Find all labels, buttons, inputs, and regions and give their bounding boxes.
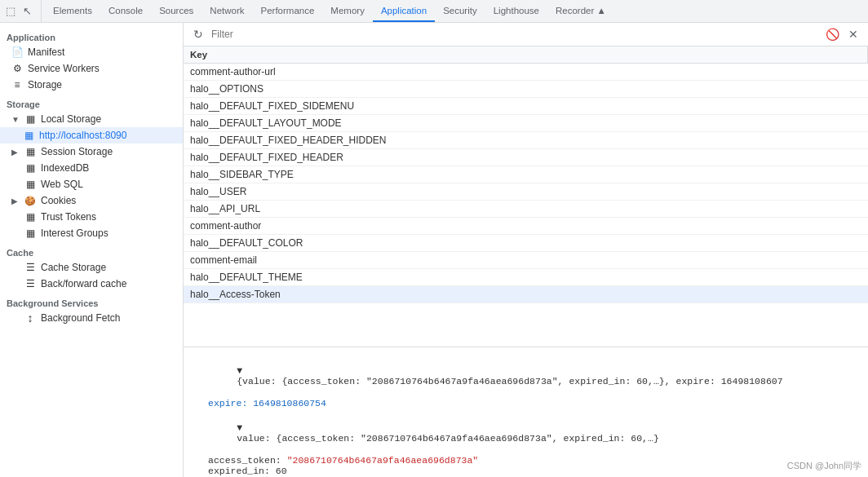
tab-sources[interactable]: Sources <box>151 0 202 22</box>
trust-tokens-icon: ▦ <box>24 211 36 223</box>
interest-groups-icon: ▦ <box>24 227 36 239</box>
sidebar-item-cookies-label: Cookies <box>41 195 76 206</box>
tab-console[interactable]: Console <box>100 0 151 22</box>
sidebar-item-local-storage[interactable]: ▼ ▦ Local Storage <box>0 111 183 127</box>
table-cell-key: halo__DEFAULT_FIXED_SIDEMENU <box>184 98 868 114</box>
sidebar-item-back-forward-label: Back/forward cache <box>41 278 126 289</box>
table-row[interactable]: halo__Access-Token <box>184 286 868 303</box>
sidebar-item-indexeddb-label: IndexedDB <box>41 162 89 174</box>
table-row[interactable]: halo__DEFAULT_THEME <box>184 269 868 286</box>
table-cell-key: halo__DEFAULT_FIXED_HEADER_HIDDEN <box>184 132 868 148</box>
table-row[interactable]: comment-author-url <box>184 64 868 81</box>
local-storage-arrow: ▼ <box>11 115 20 124</box>
sidebar-item-indexeddb[interactable]: ▶ ▦ IndexedDB <box>0 160 183 176</box>
content-panel: ↻ 🚫 ✕ Key comment-author-urlhalo__OPTION… <box>184 23 868 477</box>
table-row[interactable]: halo__DEFAULT_FIXED_SIDEMENU <box>184 98 868 115</box>
sidebar-item-manifest-label: Manifest <box>28 46 64 58</box>
sidebar-item-bg-fetch-label: Background Fetch <box>41 312 120 324</box>
sidebar-item-local-storage-label: Local Storage <box>41 113 101 125</box>
detail-line-1: ▼ {value: {access_token: "2086710764b646… <box>192 355 860 397</box>
table-row[interactable]: halo__DEFAULT_COLOR <box>184 235 868 252</box>
detail-expired-in-line: expired_in: 60 <box>192 466 860 476</box>
table-cell-key: halo__USER <box>184 183 868 200</box>
filter-input[interactable] <box>211 29 819 40</box>
sidebar-section-bg-services: Background Services <box>0 292 183 310</box>
detail-arrow-2: ▼ <box>237 422 242 433</box>
table-cell-key: halo__DEFAULT_LAYOUT_MODE <box>184 115 868 131</box>
sidebar-item-service-workers[interactable]: ⚙ Service Workers <box>0 60 183 77</box>
session-storage-icon: ▦ <box>24 146 36 157</box>
table-row[interactable]: halo__SIDEBAR_TYPE <box>184 166 868 183</box>
table-row[interactable]: comment-author <box>184 218 868 235</box>
sidebar-item-web-sql[interactable]: ▶ ▦ Web SQL <box>0 176 183 192</box>
dock-icon[interactable]: ⬚ <box>3 4 18 19</box>
table-header: Key <box>184 46 868 64</box>
cookies-arrow: ▶ <box>11 197 20 205</box>
sidebar-item-trust-tokens-label: Trust Tokens <box>41 211 96 223</box>
sidebar-item-localhost[interactable]: ▦ http://localhost:8090 <box>0 127 183 144</box>
sidebar-item-cache-storage-label: Cache Storage <box>41 262 106 273</box>
sidebar-item-cache-storage[interactable]: ▶ ☰ Cache Storage <box>0 259 183 276</box>
inspect-icon[interactable]: ↖ <box>20 4 34 19</box>
manifest-icon: 📄 <box>11 46 23 58</box>
tab-application[interactable]: Application <box>373 0 435 22</box>
web-sql-icon: ▦ <box>24 179 36 190</box>
tab-memory[interactable]: Memory <box>322 0 373 22</box>
table-cell-key: comment-author <box>184 218 868 234</box>
table-row[interactable]: halo__DEFAULT_FIXED_HEADER <box>184 149 868 166</box>
table-cell-key: halo__SIDEBAR_TYPE <box>184 166 868 183</box>
detail-text-1: {value: {access_token: "2086710764b6467a… <box>237 376 782 386</box>
sidebar-item-back-forward-cache[interactable]: ▶ ☰ Back/forward cache <box>0 276 183 292</box>
table-body: comment-author-urlhalo__OPTIONShalo__DEF… <box>184 64 868 303</box>
detail-access-token-line: access_token: "2086710764b6467a9fa46aea6… <box>192 455 860 466</box>
localhost-icon: ▦ <box>23 130 34 141</box>
devtools-icons: ⬚ ↖ <box>3 0 42 22</box>
sidebar-section-storage: Storage <box>0 93 183 111</box>
cache-storage-icon: ☰ <box>24 262 36 273</box>
detail-expired-in-key: expired_in: <box>208 466 276 476</box>
main-container: Application 📄 Manifest ⚙ Service Workers… <box>0 23 868 477</box>
service-workers-icon: ⚙ <box>11 63 23 74</box>
local-storage-icon: ▦ <box>24 113 36 125</box>
filter-clear-button[interactable]: 🚫 <box>824 26 840 42</box>
tab-elements[interactable]: Elements <box>45 0 100 22</box>
table-row[interactable]: comment-email <box>184 252 868 269</box>
table-row[interactable]: halo__API_URL <box>184 201 868 218</box>
sidebar-item-manifest[interactable]: 📄 Manifest <box>0 44 183 60</box>
sidebar-item-storage-app[interactable]: ≡ Storage <box>0 77 183 93</box>
tab-performance[interactable]: Performance <box>253 0 323 22</box>
header-key: Key <box>184 46 868 63</box>
table-cell-key: halo__DEFAULT_FIXED_HEADER <box>184 149 868 166</box>
sidebar-item-cookies[interactable]: ▶ 🍪 Cookies <box>0 192 183 209</box>
back-forward-icon: ☰ <box>24 278 36 289</box>
table-cell-key: halo__OPTIONS <box>184 81 868 97</box>
sidebar-item-session-storage[interactable]: ▶ ▦ Session Storage <box>0 144 183 160</box>
table-cell-key: halo__DEFAULT_COLOR <box>184 235 868 251</box>
bg-fetch-icon: ↕ <box>24 312 36 324</box>
table-cell-key: comment-author-url <box>184 64 868 80</box>
sidebar-item-trust-tokens[interactable]: ▶ ▦ Trust Tokens <box>0 209 183 225</box>
tab-security[interactable]: Security <box>435 0 485 22</box>
detail-access-token-key: access_token: <box>208 455 287 466</box>
detail-expire: expire: 1649810860754 <box>192 398 860 409</box>
top-nav: ⬚ ↖ Elements Console Sources Network Per… <box>0 0 868 23</box>
detail-arrow-1: ▼ <box>237 365 242 376</box>
table-row[interactable]: halo__OPTIONS <box>184 81 868 98</box>
tab-recorder[interactable]: Recorder ▲ <box>547 0 614 22</box>
sidebar-item-localhost-label: http://localhost:8090 <box>39 130 126 141</box>
reload-button[interactable]: ↻ <box>190 26 206 42</box>
sidebar-item-web-sql-label: Web SQL <box>41 179 83 190</box>
sidebar-item-session-storage-label: Session Storage <box>41 146 113 157</box>
table-row[interactable]: halo__DEFAULT_LAYOUT_MODE <box>184 115 868 132</box>
detail-text-2: value: {access_token: "2086710764b6467a9… <box>237 433 659 444</box>
table-cell-key: halo__Access-Token <box>184 286 868 303</box>
sidebar-item-service-workers-label: Service Workers <box>28 63 100 74</box>
detail-access-token-value: "2086710764b6467a9fa46aea696d873a" <box>287 455 479 466</box>
table-row[interactable]: halo__USER <box>184 183 868 201</box>
sidebar-item-bg-fetch[interactable]: ▶ ↕ Background Fetch <box>0 310 183 326</box>
table-row[interactable]: halo__DEFAULT_FIXED_HEADER_HIDDEN <box>184 132 868 149</box>
tab-lighthouse[interactable]: Lighthouse <box>485 0 547 22</box>
tab-network[interactable]: Network <box>202 0 252 22</box>
filter-close-button[interactable]: ✕ <box>845 26 861 42</box>
sidebar-item-interest-groups[interactable]: ▶ ▦ Interest Groups <box>0 225 183 241</box>
